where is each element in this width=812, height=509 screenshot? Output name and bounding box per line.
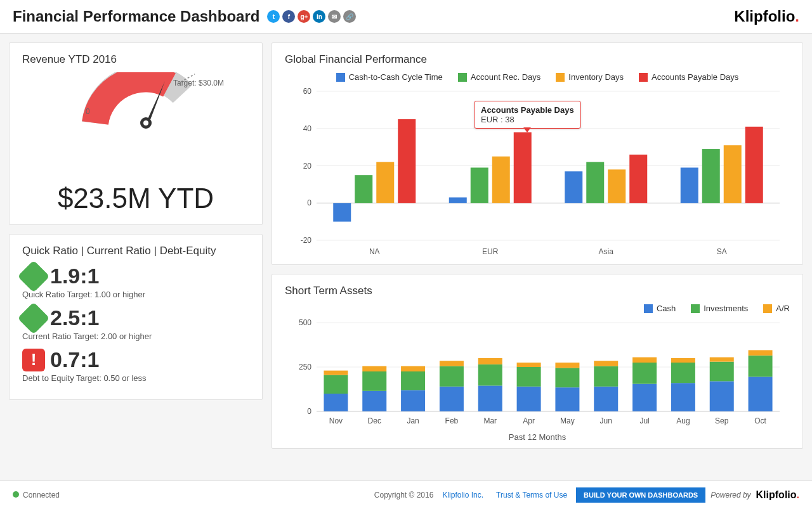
svg-rect-26: [629, 155, 647, 203]
connection-dot-icon: [13, 491, 19, 498]
svg-text:Feb: Feb: [445, 416, 459, 425]
twitter-icon[interactable]: t: [267, 10, 280, 23]
page-title: Financial Performance Dashboard: [13, 8, 259, 25]
link-icon[interactable]: 🔗: [343, 10, 356, 23]
brand-logo: Klipfolio.: [734, 8, 799, 25]
svg-rect-69: [594, 361, 618, 366]
build-dashboards-button[interactable]: BUILD YOUR OWN DASHBOARDS: [576, 487, 705, 503]
revenue-gauge: Target: $30.0M 0: [22, 72, 249, 180]
svg-rect-72: [632, 363, 657, 384]
legend-item[interactable]: Cash: [644, 304, 676, 313]
current-ratio-value: 2.5:1: [50, 306, 100, 330]
svg-rect-61: [517, 363, 541, 367]
svg-rect-47: [401, 390, 425, 411]
assets-chart[interactable]: 0250500NovDecJanFebMarAprMayJunJulAugSep…: [285, 319, 786, 427]
svg-text:0: 0: [307, 198, 311, 207]
svg-text:250: 250: [299, 363, 311, 371]
svg-rect-84: [749, 356, 773, 377]
svg-rect-64: [555, 368, 579, 387]
svg-text:Jun: Jun: [600, 416, 612, 425]
facebook-icon[interactable]: f: [282, 10, 295, 23]
svg-rect-71: [632, 384, 657, 411]
svg-text:EUR: EUR: [482, 247, 499, 256]
alert-icon: !: [22, 349, 45, 371]
svg-rect-63: [555, 387, 579, 411]
googleplus-icon[interactable]: g+: [298, 10, 310, 23]
svg-text:Dec: Dec: [368, 416, 381, 425]
svg-rect-39: [324, 394, 348, 411]
svg-rect-83: [749, 377, 773, 411]
svg-rect-28: [681, 167, 698, 203]
svg-rect-56: [478, 364, 502, 386]
email-icon[interactable]: ✉: [328, 10, 341, 23]
svg-rect-79: [710, 381, 734, 411]
svg-rect-23: [565, 171, 582, 203]
svg-text:NA: NA: [369, 247, 380, 256]
assets-xlabel: Past 12 Months: [285, 432, 790, 442]
diamond-icon: [18, 260, 50, 292]
svg-rect-45: [362, 366, 386, 371]
svg-rect-13: [333, 203, 351, 221]
svg-rect-18: [449, 197, 467, 203]
svg-rect-81: [710, 358, 734, 362]
svg-rect-67: [594, 387, 618, 411]
legend-item[interactable]: Investments: [691, 304, 748, 313]
svg-text:-20: -20: [301, 236, 312, 245]
svg-rect-60: [517, 367, 541, 387]
legend-item[interactable]: Cash-to-Cash Cycle Time: [336, 72, 443, 82]
terms-link[interactable]: Trust & Terms of Use: [496, 491, 567, 499]
svg-rect-24: [586, 162, 604, 203]
svg-rect-75: [671, 383, 695, 411]
quick-ratio-value: 1.9:1: [50, 264, 100, 288]
legend-item[interactable]: A/R: [763, 304, 790, 313]
footer: Connected Copyright © 2016 Klipfolio Inc…: [0, 480, 812, 509]
current-ratio-target: Current Ratio Target: 2.00 or higher: [22, 332, 249, 341]
svg-text:500: 500: [299, 319, 311, 327]
legend-item[interactable]: Inventory Days: [556, 72, 624, 82]
svg-rect-41: [324, 371, 348, 375]
svg-rect-30: [724, 145, 742, 203]
svg-rect-49: [401, 366, 425, 371]
svg-text:SA: SA: [717, 247, 727, 256]
svg-text:60: 60: [303, 88, 312, 96]
svg-rect-65: [555, 363, 579, 368]
global-chart-legend: Cash-to-Cash Cycle TimeAccount Rec. Days…: [285, 72, 790, 82]
svg-rect-44: [362, 371, 386, 391]
svg-text:Jan: Jan: [407, 416, 419, 425]
legend-item[interactable]: Accounts Payable Days: [639, 72, 738, 82]
chart-tooltip: Accounts Payable Days EUR : 38: [474, 101, 581, 129]
ratios-panel: Quick Ratio | Current Ratio | Debt-Equit…: [9, 234, 263, 400]
short-term-assets-panel: Short Term Assets CashInvestmentsA/R 025…: [272, 274, 803, 449]
svg-text:0: 0: [307, 407, 311, 416]
svg-rect-76: [671, 363, 695, 383]
revenue-target: Target: $30.0M: [173, 79, 224, 87]
svg-rect-31: [745, 127, 763, 203]
svg-text:Mar: Mar: [483, 416, 497, 425]
svg-rect-51: [440, 387, 464, 411]
svg-rect-55: [478, 385, 502, 411]
svg-text:40: 40: [303, 124, 312, 133]
debt-ratio-value: 0.7:1: [50, 347, 100, 372]
svg-point-2: [143, 120, 148, 126]
svg-rect-52: [440, 366, 464, 387]
klipfolio-link[interactable]: Klipfolio Inc.: [442, 491, 483, 499]
svg-rect-53: [440, 361, 464, 366]
svg-text:Aug: Aug: [676, 416, 690, 425]
svg-text:Apr: Apr: [523, 416, 535, 425]
header: Financial Performance Dashboard t f g+ i…: [0, 0, 812, 34]
svg-rect-25: [608, 169, 625, 203]
global-chart-title: Global Financial Performance: [285, 53, 790, 66]
linkedin-icon[interactable]: in: [313, 10, 325, 23]
svg-text:20: 20: [303, 162, 312, 171]
assets-chart-legend: CashInvestmentsA/R: [285, 304, 790, 313]
ratios-title: Quick Ratio | Current Ratio | Debt-Equit…: [22, 245, 249, 257]
svg-text:Oct: Oct: [754, 416, 766, 425]
svg-rect-29: [702, 149, 720, 203]
assets-chart-title: Short Term Assets: [285, 285, 790, 297]
svg-rect-19: [471, 167, 488, 203]
svg-rect-43: [362, 391, 386, 411]
legend-item[interactable]: Account Rec. Days: [458, 72, 541, 82]
revenue-title: Revenue YTD 2016: [22, 53, 249, 66]
debt-ratio-target: Debt to Equity Target: 0.50 or less: [22, 373, 249, 383]
svg-rect-21: [514, 132, 532, 203]
